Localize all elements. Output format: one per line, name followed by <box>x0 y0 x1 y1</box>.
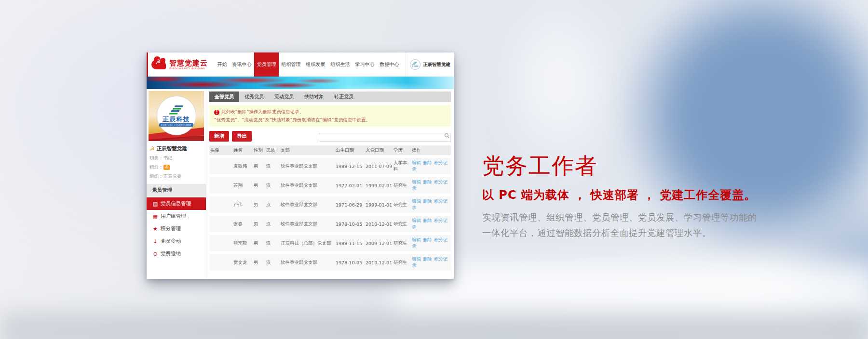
cell-join_date: 2009-12-01 <box>365 241 393 246</box>
nav-item-3[interactable]: 组织管理 <box>279 52 303 77</box>
row-actions: 编辑删除积分记录 <box>411 237 451 249</box>
table-row: 张春男汉软件事业部党支部1978-10-052010-12-01研究生编辑删除积… <box>209 216 451 232</box>
row-actions: 编辑删除积分记录 <box>411 218 451 230</box>
tab-0[interactable]: 全部党员 <box>209 91 239 102</box>
sidebar-menu: ▤党员信息管理▦用户组管理★积分管理↓党员变动⊙党费缴纳 <box>147 197 206 260</box>
header-left-accent <box>147 52 148 77</box>
app-logo-subtitle: WISDOM PARTY BUILDING <box>169 67 208 70</box>
search-icon[interactable] <box>445 133 448 137</box>
member-avatar <box>212 237 224 249</box>
org-logo-subtext: FORTUNE TECHNOLOGY <box>159 123 193 127</box>
col-header-2: 性别 <box>253 147 265 154</box>
marketing-subtitle: 以 PC 端为载体 ， 快速部署 ， 党建工作全覆盖。 <box>482 187 781 203</box>
cell-join_date: 1999-01-01 <box>365 202 393 208</box>
profile-field-2: 组织：正辰党委 <box>149 173 203 180</box>
cell-branch: 正辰科技（总部）党支部 <box>280 240 335 247</box>
marketing-title: 党务工作者 <box>482 151 781 181</box>
col-header-7: 学历 <box>393 147 411 154</box>
sidebar-item-3[interactable]: ↓党员变动 <box>147 235 206 248</box>
cell-branch: 软件事业部党支部 <box>280 260 335 266</box>
cell-gender: 男 <box>253 183 265 189</box>
cell-branch: 软件事业部党支部 <box>280 163 335 170</box>
tab-4[interactable]: 转正党员 <box>329 91 359 102</box>
search-box <box>319 131 451 142</box>
cell-ethnicity: 汉 <box>265 202 280 208</box>
row-actions: 编辑删除积分记录 <box>411 179 451 192</box>
tab-3[interactable]: 扶助对象 <box>299 91 329 102</box>
marketing-copy: 党务工作者 以 PC 端为载体 ， 快速部署 ， 党建工作全覆盖。 实现资讯管理… <box>482 151 781 241</box>
profile-field-0: 职务：书记 <box>149 155 203 161</box>
cell-branch: 软件事业部党支部 <box>280 183 335 189</box>
partner-badge-text: 正辰科技 <box>412 65 419 67</box>
sidebar-item-4[interactable]: ⊙党费缴纳 <box>147 248 206 260</box>
profile-field-value: 书记 <box>163 155 173 161</box>
org-logo: 正辰科技 FORTUNE TECHNOLOGY <box>157 96 196 135</box>
profile-field-value: 正辰党委 <box>163 173 182 180</box>
member-transfer-icon: ↓ <box>152 238 159 245</box>
action-link-1[interactable]: 删除 <box>423 160 432 165</box>
action-link-0[interactable]: 编辑 <box>412 179 421 184</box>
sidebar-item-1[interactable]: ▦用户组管理 <box>147 210 206 222</box>
nav-item-0[interactable]: 开始 <box>215 52 230 77</box>
app-logo[interactable]: ☭ 智慧党建云 WISDOM PARTY BUILDING <box>151 59 208 70</box>
nav-item-4[interactable]: 组织发展 <box>303 52 328 77</box>
action-link-1[interactable]: 删除 <box>423 179 432 184</box>
main-nav: 开始资讯中心党员管理组织管理组织发展组织生活学习中心数据中心 <box>215 52 402 77</box>
background-blue-chair-lower <box>772 183 868 337</box>
current-user: ☭ 正辰智慧党建 <box>149 145 203 152</box>
row-actions: 编辑删除积分记录 <box>411 256 451 269</box>
cell-birth_date: 1977-02-01 <box>335 183 365 188</box>
cell-education: 研究生 <box>393 240 411 247</box>
cell-name: 张春 <box>232 221 253 227</box>
col-header-5: 出生日期 <box>335 147 365 154</box>
cell-ethnicity: 汉 <box>265 183 280 189</box>
cell-name: 苏翔 <box>232 183 253 189</box>
cell-gender: 男 <box>253 202 265 208</box>
cell-ethnicity: 汉 <box>265 221 280 227</box>
add-button[interactable]: 新增 <box>209 131 229 142</box>
sidebar-item-label: 党费缴纳 <box>161 250 181 257</box>
sidebar-item-2[interactable]: ★积分管理 <box>147 222 206 235</box>
action-link-0[interactable]: 编辑 <box>412 237 421 242</box>
cell-join_date: 2010-12-01 <box>365 260 393 265</box>
action-link-1[interactable]: 删除 <box>423 218 432 223</box>
tab-1[interactable]: 优秀党员 <box>239 91 269 102</box>
sidebar-section-title: 党员管理 <box>147 184 206 196</box>
dues-payment-icon: ⊙ <box>152 251 159 257</box>
action-link-0[interactable]: 编辑 <box>412 160 421 165</box>
cell-education: 研究生 <box>393 221 411 227</box>
search-input[interactable] <box>319 133 451 142</box>
action-link-1[interactable]: 删除 <box>423 198 432 204</box>
nav-item-7[interactable]: 数据中心 <box>377 52 402 77</box>
sidebar-item-label: 党员变动 <box>161 238 181 245</box>
sidebar-item-0[interactable]: ▤党员信息管理 <box>147 197 206 210</box>
nav-item-5[interactable]: 组织生活 <box>328 52 353 77</box>
cell-ethnicity: 汉 <box>265 163 280 170</box>
action-link-1[interactable]: 删除 <box>423 237 432 242</box>
table-row: 苏翔男汉软件事业部党支部1977-02-011999-02-01研究生编辑删除积… <box>209 177 451 194</box>
background-floor-shadow <box>0 312 868 339</box>
nav-item-1[interactable]: 资讯中心 <box>230 52 254 77</box>
cell-birth_date: 1978-10-05 <box>335 260 365 265</box>
member-tabs: 全部党员优秀党员流动党员扶助对象转正党员 <box>209 91 451 102</box>
cell-gender: 男 <box>253 163 265 170</box>
action-link-0[interactable]: 编辑 <box>412 256 421 261</box>
main-content: 全部党员优秀党员流动党员扶助对象转正党员 !此列表“删除”操作为删除党员信息记录… <box>206 89 454 279</box>
nav-item-2[interactable]: 党员管理 <box>254 52 279 77</box>
nav-item-6[interactable]: 学习中心 <box>353 52 377 77</box>
cell-gender: 男 <box>253 240 265 247</box>
member-avatar <box>212 256 224 269</box>
export-button[interactable]: 导出 <box>232 131 252 142</box>
action-link-0[interactable]: 编辑 <box>412 218 421 223</box>
org-profile-card: 正辰科技 FORTUNE TECHNOLOGY <box>149 91 204 141</box>
cell-branch: 软件事业部党支部 <box>280 221 335 227</box>
action-link-0[interactable]: 编辑 <box>412 198 421 204</box>
cloud-party-logo-icon: ☭ <box>151 60 166 69</box>
cell-birth_date: 1988-12-15 <box>335 164 365 169</box>
action-link-1[interactable]: 删除 <box>423 256 432 261</box>
profile-field-1: 积分：4 <box>149 164 203 170</box>
marketing-desc-line1: 实现资讯管理、组织管理、党员管理、党员发展、学习管理等功能的 <box>482 210 781 225</box>
table-row: 熊宗毅男汉正辰科技（总部）党支部1988-11-152009-12-01研究生编… <box>209 235 451 251</box>
cell-education: 研究生 <box>393 183 411 189</box>
tab-2[interactable]: 流动党员 <box>269 91 299 102</box>
